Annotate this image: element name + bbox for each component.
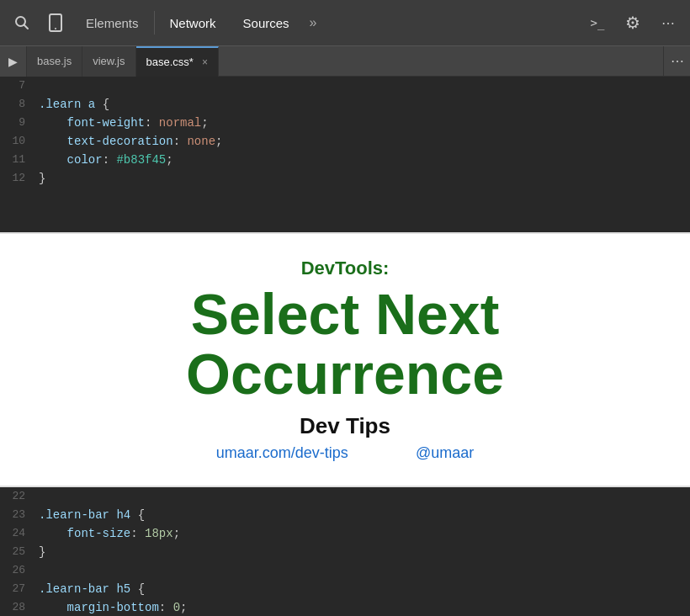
svg-point-3 bbox=[55, 28, 56, 29]
sources-tab[interactable]: Sources bbox=[231, 0, 301, 45]
overlay-card: DevTools: Select Next Occurrence Dev Tip… bbox=[0, 232, 690, 487]
overlay-devtips-label: Dev Tips bbox=[300, 413, 390, 439]
file-tab-basecss-label: base.css* bbox=[146, 56, 194, 68]
more-tabs-icon[interactable]: » bbox=[305, 15, 322, 30]
overlay-subtitle: DevTools: bbox=[301, 258, 390, 279]
file-tabs-more-icon[interactable]: ⋯ bbox=[663, 46, 690, 77]
close-tab-icon[interactable]: × bbox=[202, 57, 208, 67]
svg-line-1 bbox=[24, 25, 29, 29]
settings-icon[interactable]: ⚙ bbox=[618, 8, 648, 38]
search-icon[interactable] bbox=[7, 8, 37, 38]
code-line-12: 12 } bbox=[0, 169, 690, 188]
code-line-7: 7 bbox=[0, 77, 690, 95]
code-line-8: 8 .learn a { bbox=[0, 95, 690, 114]
file-tab-basecss[interactable]: base.css* × bbox=[136, 46, 219, 77]
overlay-link-twitter[interactable]: @umaar bbox=[416, 444, 474, 462]
code-line-27: 27 .learn-bar h5 { bbox=[0, 580, 690, 598]
code-editor-top: 7 8 .learn a { 9 font-weight: normal; 10… bbox=[0, 77, 690, 232]
device-icon[interactable] bbox=[40, 8, 71, 38]
code-line-24: 24 font-size: 18px; bbox=[0, 524, 690, 543]
file-tab-basejs-label: base.js bbox=[37, 55, 72, 67]
file-tab-basejs[interactable]: base.js bbox=[27, 46, 82, 77]
code-line-26: 26 bbox=[0, 561, 690, 580]
network-tab[interactable]: Network bbox=[158, 0, 228, 45]
file-tab-viewjs[interactable]: view.js bbox=[82, 46, 135, 77]
toolbar: Elements Network Sources » >_ ⚙ ⋯ bbox=[0, 0, 690, 46]
code-line-9: 9 font-weight: normal; bbox=[0, 114, 690, 132]
overlay-title: Select Next Occurrence bbox=[34, 284, 656, 405]
elements-tab[interactable]: Elements bbox=[74, 0, 151, 45]
code-line-25: 25 } bbox=[0, 543, 690, 561]
code-line-28: 28 margin-bottom: 0; bbox=[0, 598, 690, 616]
code-editor-bottom: 22 23 .learn-bar h4 { 24 font-size: 18px… bbox=[0, 487, 690, 616]
sidebar-toggle-button[interactable]: ▶ bbox=[0, 46, 27, 77]
file-tab-viewjs-label: view.js bbox=[93, 55, 125, 67]
code-line-22: 22 bbox=[0, 487, 690, 506]
overlay-link-website[interactable]: umaar.com/dev-tips bbox=[216, 444, 348, 462]
code-line-23: 23 .learn-bar h4 { bbox=[0, 506, 690, 524]
code-line-10: 10 text-decoration: none; bbox=[0, 132, 690, 151]
file-tabs-bar: ▶ base.js view.js base.css* × ⋯ bbox=[0, 46, 690, 77]
terminal-icon[interactable]: >_ bbox=[582, 8, 613, 38]
code-line-11: 11 color: #b83f45; bbox=[0, 151, 690, 169]
more-options-icon[interactable]: ⋯ bbox=[653, 8, 683, 38]
overlay-links: umaar.com/dev-tips @umaar bbox=[216, 444, 474, 462]
